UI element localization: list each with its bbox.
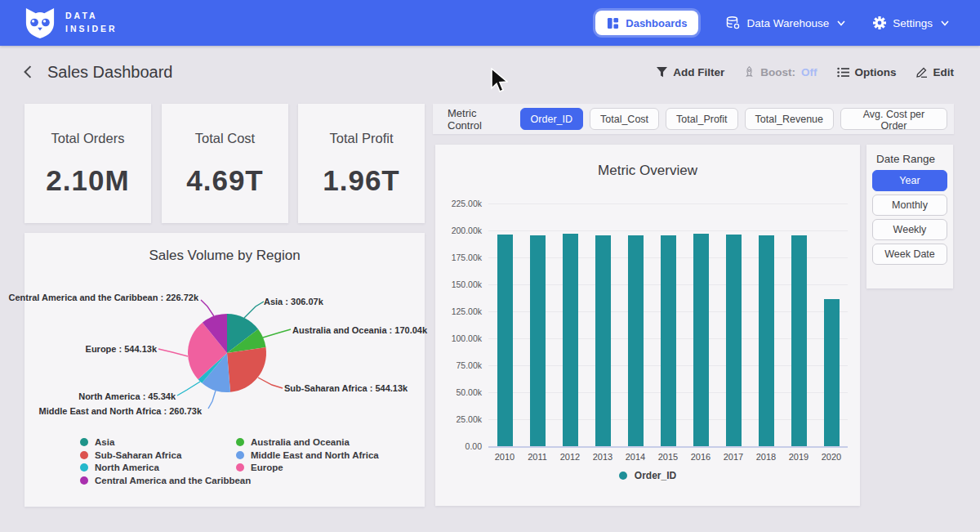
kpi-card-total-orders: Total Orders 2.10M bbox=[24, 104, 151, 223]
legend-dot bbox=[80, 451, 88, 459]
pie-label-sub-saharan-africa: Sub-Saharan Africa : 544.13k bbox=[284, 383, 408, 393]
pie-legend-asia[interactable]: Asia bbox=[80, 437, 114, 447]
pie-label-asia: Asia : 306.07k bbox=[264, 297, 323, 306]
pie-label-central-america-and-the-caribbean: Central America and the Caribbean : 226.… bbox=[8, 293, 198, 302]
bar-2020[interactable] bbox=[824, 299, 840, 446]
pie-slice-sub-saharan-africa[interactable] bbox=[227, 347, 266, 392]
y-axis-tick: 100.00k bbox=[435, 333, 482, 343]
y-axis-tick: 50.00k bbox=[435, 387, 482, 397]
pie-leader-line bbox=[263, 329, 291, 338]
pie-leader-line bbox=[177, 382, 200, 396]
owl-logo-icon bbox=[24, 7, 56, 39]
bar-2019[interactable] bbox=[791, 235, 807, 446]
options-button[interactable]: Options bbox=[837, 66, 897, 78]
boost-state: Off bbox=[801, 66, 817, 78]
metric-button-total-revenue[interactable]: Total_Revenue bbox=[745, 108, 834, 130]
kpi-label: Total Orders bbox=[24, 131, 151, 146]
pie-legend-central-america-and-the-caribbean[interactable]: Central America and the Caribbean bbox=[80, 476, 251, 485]
bar-chart-card: Metric Overview 0.0025.00k50.00k75.00k10… bbox=[435, 145, 860, 506]
legend-label: Australia and Oceania bbox=[251, 437, 350, 447]
pie-label-europe: Europe : 544.13k bbox=[86, 344, 157, 354]
legend-label: Asia bbox=[95, 437, 114, 447]
metric-button-order-id[interactable]: Order_ID bbox=[520, 108, 583, 130]
date-range-weekly-button[interactable]: Weekly bbox=[872, 219, 947, 240]
kpi-card-total-profit: Total Profit 1.96T bbox=[298, 104, 425, 223]
metric-button-avg-cost-per-order[interactable]: Avg. Cost per Order bbox=[840, 108, 947, 130]
x-axis-tick: 2017 bbox=[717, 452, 750, 462]
y-axis-tick: 0.00 bbox=[435, 441, 482, 451]
boost-toggle[interactable]: Boost: Off bbox=[744, 66, 817, 78]
date-range-label: Date Range bbox=[876, 153, 953, 165]
pie-legend-middle-east-and-north-africa[interactable]: Middle East and North Africa bbox=[236, 450, 379, 460]
legend-dot bbox=[80, 476, 88, 485]
gridline bbox=[488, 203, 848, 204]
back-button[interactable] bbox=[23, 65, 33, 78]
kpi-value: 2.10M bbox=[24, 164, 151, 197]
add-filter-button[interactable]: Add Filter bbox=[657, 66, 724, 78]
x-axis-tick: 2014 bbox=[619, 452, 652, 462]
x-axis-tick: 2015 bbox=[652, 452, 684, 462]
y-axis-tick: 25.00k bbox=[435, 414, 482, 424]
filter-icon bbox=[657, 67, 667, 78]
edit-button[interactable]: Edit bbox=[916, 66, 955, 78]
x-axis-tick: 2012 bbox=[554, 452, 586, 462]
pie-leader-line bbox=[258, 378, 283, 388]
pie-legend-sub-saharan-africa[interactable]: Sub-Saharan Africa bbox=[80, 450, 181, 460]
gridline bbox=[488, 230, 848, 231]
pie-legend-australia-and-oceania[interactable]: Australia and Oceania bbox=[236, 437, 350, 447]
brand-logo[interactable]: DATA INSIDER bbox=[24, 7, 118, 39]
dashboards-label: Dashboards bbox=[626, 17, 687, 29]
bar-2010[interactable] bbox=[497, 235, 513, 446]
date-range-monthly-button[interactable]: Monthly bbox=[872, 194, 947, 216]
pie-legend-north-america[interactable]: North America bbox=[80, 463, 159, 472]
bar-2011[interactable] bbox=[530, 235, 546, 446]
gear-icon bbox=[873, 16, 886, 29]
bar-2012[interactable] bbox=[563, 234, 578, 446]
settings-label: Settings bbox=[893, 17, 933, 29]
pencil-icon bbox=[916, 66, 928, 78]
x-axis-tick: 2016 bbox=[684, 452, 717, 462]
page-title: Sales Dashboard bbox=[47, 63, 172, 82]
pie-leader-line bbox=[201, 300, 214, 316]
legend-label: Europe bbox=[251, 463, 283, 472]
top-navigation-bar: DATA INSIDER Dashboards Data Warehouse bbox=[0, 0, 980, 46]
list-options-icon bbox=[837, 67, 849, 78]
settings-menu[interactable]: Settings bbox=[873, 16, 949, 29]
chevron-down-icon bbox=[941, 20, 949, 26]
legend-dot bbox=[236, 451, 244, 459]
legend-label: Middle East and North Africa bbox=[251, 450, 379, 460]
legend-label: Order_ID bbox=[635, 470, 676, 481]
pie-chart-card: Sales Volume by Region Asia : 306.07kAus… bbox=[24, 233, 425, 507]
bar-chart-plot: 0.0025.00k50.00k75.00k100.00k125.00k150.… bbox=[435, 145, 860, 506]
legend-label: Central America and the Caribbean bbox=[95, 476, 251, 485]
chevron-left-icon bbox=[23, 65, 33, 78]
rocket-icon bbox=[744, 66, 755, 78]
y-axis-tick: 150.00k bbox=[435, 279, 482, 289]
bar-2013[interactable] bbox=[595, 235, 611, 446]
gridline bbox=[488, 446, 848, 448]
bar-2018[interactable] bbox=[759, 235, 774, 446]
x-axis-tick: 2018 bbox=[750, 452, 782, 462]
metric-button-total-cost[interactable]: Total_Cost bbox=[590, 108, 659, 130]
bar-2017[interactable] bbox=[726, 235, 742, 446]
dashboards-button[interactable]: Dashboards bbox=[595, 11, 698, 35]
bar-2014[interactable] bbox=[628, 235, 644, 446]
date-range-card: Date Range Year Monthly Weekly Week Date bbox=[866, 145, 953, 288]
pie-legend-europe[interactable]: Europe bbox=[236, 463, 283, 472]
database-icon bbox=[726, 16, 740, 29]
y-axis-tick: 125.00k bbox=[435, 306, 482, 316]
metric-control-label: Metric Control bbox=[448, 107, 510, 132]
x-axis-tick: 2011 bbox=[521, 452, 554, 462]
bar-2016[interactable] bbox=[693, 234, 709, 446]
bar-2015[interactable] bbox=[661, 235, 676, 446]
legend-dot bbox=[236, 463, 244, 472]
x-axis-tick: 2019 bbox=[782, 452, 815, 462]
kpi-label: Total Cost bbox=[162, 131, 288, 146]
date-range-year-button[interactable]: Year bbox=[872, 170, 947, 191]
y-axis-tick: 175.00k bbox=[435, 253, 482, 262]
data-warehouse-menu[interactable]: Data Warehouse bbox=[726, 16, 845, 29]
metric-button-total-profit[interactable]: Total_Profit bbox=[666, 108, 738, 130]
legend-dot bbox=[80, 463, 88, 472]
date-range-week-date-button[interactable]: Week Date bbox=[872, 244, 947, 265]
metric-control-bar: Metric Control Order_ID Total_Cost Total… bbox=[433, 104, 954, 134]
